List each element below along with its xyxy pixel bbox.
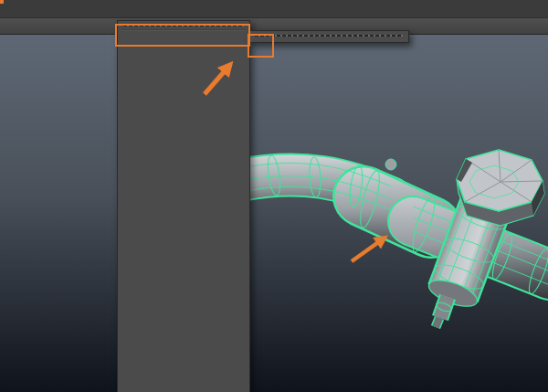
panel-menubar	[0, 0, 548, 18]
isolate-select-submenu	[248, 30, 409, 43]
show-menu	[117, 20, 250, 392]
menu-separator	[121, 29, 246, 31]
tearoff-handle[interactable]	[255, 35, 403, 37]
handlebar-wireframe-model	[0, 34, 548, 392]
maya-viewport-panel	[0, 0, 548, 392]
viewport-canvas[interactable]	[0, 34, 548, 392]
tearoff-handle[interactable]	[123, 25, 244, 26]
